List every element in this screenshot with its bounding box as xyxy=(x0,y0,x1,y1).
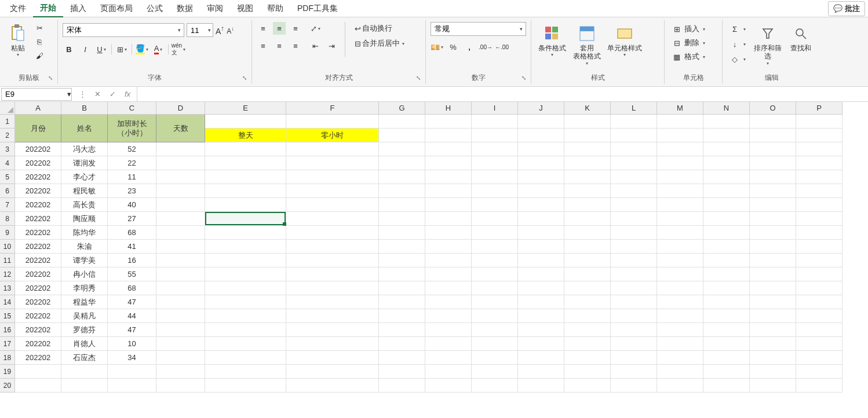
cell[interactable] xyxy=(472,198,518,212)
cell[interactable] xyxy=(611,365,657,379)
row-header[interactable]: 5 xyxy=(0,170,15,184)
cell[interactable]: 10 xyxy=(108,337,156,351)
cell[interactable]: 202202 xyxy=(15,267,61,281)
cell[interactable] xyxy=(657,184,703,198)
cell[interactable] xyxy=(703,254,750,267)
cell[interactable] xyxy=(564,115,611,129)
cell[interactable]: 16 xyxy=(108,254,156,267)
cell[interactable] xyxy=(286,170,379,184)
cell[interactable] xyxy=(703,115,750,129)
cell[interactable] xyxy=(379,142,425,156)
cell[interactable] xyxy=(425,379,472,393)
row-header[interactable]: 12 xyxy=(0,267,15,281)
cell[interactable] xyxy=(205,351,286,365)
cell[interactable] xyxy=(564,379,611,393)
cell[interactable] xyxy=(657,379,703,393)
cell[interactable] xyxy=(205,115,286,129)
cell[interactable] xyxy=(703,323,750,337)
fill-color-button[interactable]: 🪣▾ xyxy=(136,43,148,56)
cell[interactable] xyxy=(611,240,657,254)
cell[interactable] xyxy=(796,309,843,323)
cell[interactable] xyxy=(15,365,61,379)
cell[interactable] xyxy=(657,365,703,379)
cell[interactable] xyxy=(518,351,564,365)
cell[interactable] xyxy=(518,379,564,393)
cell[interactable] xyxy=(156,226,205,240)
cell[interactable] xyxy=(796,295,843,309)
comments-button[interactable]: 💬 批注 xyxy=(828,1,865,16)
cell[interactable] xyxy=(286,295,379,309)
cell[interactable] xyxy=(425,295,472,309)
phonetic-button[interactable]: wén文▾ xyxy=(172,43,185,56)
cell[interactable] xyxy=(750,351,796,365)
cell[interactable] xyxy=(156,281,205,295)
cell[interactable] xyxy=(703,281,750,295)
cell[interactable] xyxy=(564,129,611,142)
cell[interactable] xyxy=(703,198,750,212)
cell[interactable]: 202202 xyxy=(15,156,61,170)
cell[interactable] xyxy=(286,309,379,323)
cell[interactable] xyxy=(425,254,472,267)
cell[interactable] xyxy=(286,184,379,198)
align-left-button[interactable]: ≡ xyxy=(257,39,269,52)
column-header[interactable]: B xyxy=(61,102,108,115)
cell[interactable]: 吴精凡 xyxy=(61,309,108,323)
cell[interactable] xyxy=(205,212,286,226)
cell[interactable] xyxy=(286,240,379,254)
autosum-button[interactable]: Σ▾ xyxy=(727,22,748,36)
cell[interactable] xyxy=(796,198,843,212)
percent-button[interactable]: % xyxy=(447,41,459,53)
cell[interactable] xyxy=(703,267,750,281)
cell[interactable] xyxy=(425,323,472,337)
cell[interactable] xyxy=(518,226,564,240)
cell[interactable] xyxy=(472,156,518,170)
cell[interactable] xyxy=(156,323,205,337)
fill-button[interactable]: ↓▾ xyxy=(727,37,748,51)
cell[interactable] xyxy=(518,142,564,156)
cell[interactable]: 202202 xyxy=(15,212,61,226)
row-header[interactable]: 20 xyxy=(0,379,15,393)
cell[interactable] xyxy=(425,142,472,156)
number-format-input[interactable] xyxy=(431,25,517,34)
cell[interactable] xyxy=(472,309,518,323)
cell[interactable]: 整天 xyxy=(205,129,286,142)
cell[interactable] xyxy=(425,240,472,254)
align-bottom-button[interactable]: ≡ xyxy=(289,22,302,35)
alignment-launcher[interactable]: ⤡ xyxy=(416,75,423,82)
cell[interactable] xyxy=(750,226,796,240)
cell[interactable]: 202202 xyxy=(15,226,61,240)
cell[interactable] xyxy=(425,267,472,281)
cell[interactable] xyxy=(425,115,472,129)
cell[interactable] xyxy=(108,365,156,379)
cell[interactable] xyxy=(611,142,657,156)
cell[interactable]: 202202 xyxy=(15,323,61,337)
cell[interactable] xyxy=(518,365,564,379)
cell[interactable] xyxy=(379,240,425,254)
cell[interactable] xyxy=(657,198,703,212)
cell[interactable] xyxy=(156,198,205,212)
cell[interactable] xyxy=(657,212,703,226)
cell[interactable] xyxy=(657,240,703,254)
name-box[interactable]: ▾ xyxy=(1,88,72,101)
cell[interactable] xyxy=(796,142,843,156)
cell[interactable] xyxy=(205,281,286,295)
cell[interactable]: 冯大志 xyxy=(61,142,108,156)
cell[interactable] xyxy=(205,267,286,281)
cell[interactable] xyxy=(286,156,379,170)
cell[interactable] xyxy=(750,212,796,226)
cell[interactable] xyxy=(286,337,379,351)
cell[interactable]: 天数 xyxy=(156,115,205,142)
cell[interactable] xyxy=(472,323,518,337)
cell[interactable]: 47 xyxy=(108,323,156,337)
column-header[interactable]: C xyxy=(108,102,156,115)
cell[interactable] xyxy=(472,226,518,240)
cell[interactable] xyxy=(796,170,843,184)
cell[interactable] xyxy=(703,184,750,198)
cell[interactable] xyxy=(564,267,611,281)
cell[interactable]: 44 xyxy=(108,309,156,323)
cell[interactable] xyxy=(750,240,796,254)
cell[interactable]: 202202 xyxy=(15,198,61,212)
select-all-corner[interactable] xyxy=(0,102,15,115)
font-name-input[interactable] xyxy=(63,26,175,35)
menu-pagelayout[interactable]: 页面布局 xyxy=(93,1,140,17)
